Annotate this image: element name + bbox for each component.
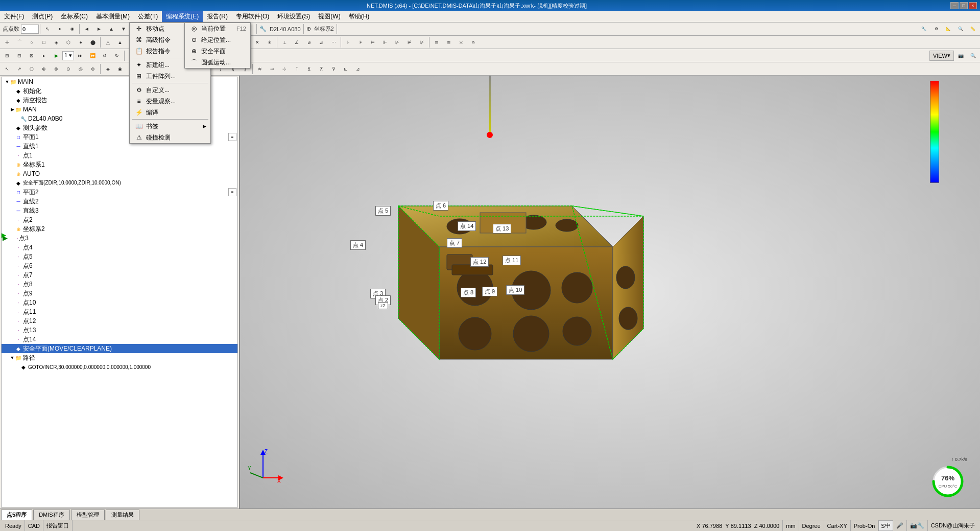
tree-item-path[interactable]: ▼ 📁 路径 [2,353,237,362]
tb4-28[interactable]: ⊾ [340,63,351,75]
dd-item-compile[interactable]: ⚡ 编译 [130,107,210,118]
menu-view[interactable]: 视图(W) [314,11,344,22]
tb4-23[interactable]: ⊹ [279,63,290,75]
tab-dmis[interactable]: DMIS程序 [33,510,70,520]
expand-path[interactable]: ▼ [10,355,15,360]
menu-program[interactable]: 编程系统(E) [162,11,203,22]
tb-right-1[interactable]: 🔧 [918,24,929,35]
minimize-button[interactable]: ─ [950,2,959,9]
tab-measure-result[interactable]: 测量结果 [106,510,139,520]
tb2-25[interactable]: ⌀ [303,37,315,48]
tb2-27[interactable]: ⋯ [328,37,339,48]
tb2-22[interactable]: ✳ [264,37,275,48]
tb2-3[interactable]: ○ [26,37,37,48]
tb3-2[interactable]: ⊟ [14,50,25,61]
tree-item-point5[interactable]: · 点5 [2,252,237,261]
tree-item-line2[interactable]: ─ 直线2 [2,197,237,206]
tb2-9[interactable]: △ [102,37,113,48]
tb4-6[interactable]: ⊙ [63,63,74,75]
menu-probe[interactable]: 测点(P) [28,11,57,22]
menu-coord[interactable]: 坐标系(C) [57,11,92,22]
tree-item-point13[interactable]: · 点13 [2,326,237,335]
tb3-3[interactable]: ⊠ [26,50,37,61]
tb2-37[interactable]: ≍ [456,37,467,48]
tree-item-point4[interactable]: · 点4 [2,243,237,252]
menu-measure[interactable]: 基本测量(M) [92,11,134,22]
tree-item-goto[interactable]: ◆ GOTO/INCR,30.000000,0.000000,0.000000,… [2,362,237,372]
tb3-4[interactable]: ▸ [38,50,50,61]
tb2-5[interactable]: ◈ [51,37,62,48]
tb4-27[interactable]: ⊽ [328,63,339,75]
tb2-1[interactable]: ✛ [2,37,13,48]
tree-item-safety1[interactable]: ◆ 安全平面(ZDIR,10.0000,ZDIR,10.0000,ON) [2,178,237,188]
tb-right-5[interactable]: 📏 [967,24,978,35]
tb2-28[interactable]: ⊦ [343,37,354,48]
tb-arrow-d[interactable]: ▼ [118,24,129,35]
tb4-29[interactable]: ⊿ [352,63,364,75]
tb-right-3[interactable]: 📐 [943,24,954,35]
status-ime[interactable]: S 中 [878,520,893,531]
tab-model[interactable]: 模型管理 [71,510,105,520]
dd-item-bookmark[interactable]: 📖 书签 ▶ [130,121,210,132]
tb2-24[interactable]: ∠ [291,37,302,48]
tb-arrow-u[interactable]: ▲ [106,24,117,35]
tb-cursor[interactable]: ↖ [42,24,53,35]
status-cad[interactable]: CAD [25,520,43,531]
tb4-3[interactable]: ⬡ [26,63,37,75]
tb2-2[interactable]: ⌒ [14,37,25,48]
tb-probe1[interactable]: ● [54,24,65,35]
submenu-item-given[interactable]: ⊙ 给定位置... [185,34,250,45]
extra-icon-2[interactable]: 🔧 [917,522,924,529]
expand-main[interactable]: ▼ [5,79,10,84]
tb2-7[interactable]: ● [75,37,86,48]
tb2-34[interactable]: ⊮ [416,37,427,48]
tree-item-point11[interactable]: · 点11 [2,307,237,316]
tree-item-point7[interactable]: · 点7 [2,270,237,280]
tab-points-program[interactable]: 点5程序 [1,510,32,520]
tb3-zoom[interactable]: 🔍 [967,50,978,61]
tb2-31[interactable]: ⊩ [379,37,391,48]
tb2-36[interactable]: ≌ [443,37,455,48]
dd-item-collision[interactable]: ⚠ 碰撞检测 [130,132,210,143]
extra-icon-1[interactable]: 📷 [910,522,917,529]
maximize-button[interactable]: □ [960,2,968,9]
tb2-35[interactable]: ≋ [431,37,442,48]
dd-item-matrix[interactable]: ⊞ 工件阵列... [130,71,210,82]
tree-item-point6[interactable]: · 点6 [2,261,237,270]
tree-item-point10[interactable]: · 点10 [2,298,237,307]
tb3-5[interactable]: ⏭ [75,50,86,61]
tb2-33[interactable]: ⊭ [404,37,415,48]
tb4-21[interactable]: ≋ [254,63,266,75]
tree-item-point12[interactable]: · 点12 [2,316,237,326]
tb4-5[interactable]: ⊗ [51,63,62,75]
menu-report[interactable]: 报告(R) [203,11,232,22]
tb4-10[interactable]: ◉ [114,63,126,75]
tree-item-coord2[interactable]: ⊕ 坐标系2 [2,224,237,234]
tb3-step[interactable]: 1 ▾ [62,51,74,60]
menu-software[interactable]: 专用软件(O) [232,11,273,22]
tree-item-point1[interactable]: · 点1 [2,151,237,160]
tb3-7[interactable]: ↺ [99,50,110,61]
submenu-item-arc[interactable]: ⌒ 圆弧运动... [185,57,250,68]
tb2-30[interactable]: ⊨ [367,37,378,48]
tb4-8[interactable]: ⊚ [87,63,99,75]
tb-right-4[interactable]: 🔍 [955,24,966,35]
submenu-item-current[interactable]: ◎ 当前位置 F12 [185,23,250,34]
tree-item-point2[interactable]: · 点2 [2,215,237,224]
status-report[interactable]: 报告窗口 [43,520,73,531]
tb2-4[interactable]: □ [38,37,50,48]
menu-env[interactable]: 环境设置(S) [273,11,314,22]
tb3-camera[interactable]: 📷 [955,50,966,61]
tb4-24[interactable]: ⊺ [291,63,302,75]
tb4-26[interactable]: ⊼ [316,63,327,75]
tree-item-safety2[interactable]: ◆ 安全平面(MOVE/CLEARPLANE) [2,344,237,353]
tb4-9[interactable]: ◈ [102,63,113,75]
menu-tolerance[interactable]: 公差(T) [134,11,162,22]
view-button[interactable]: VIEW ▾ [929,51,954,61]
tb4-25[interactable]: ⊻ [303,63,315,75]
tree-item-plane2[interactable]: □ 平面2 ≡ [2,188,237,197]
tree-item-point14[interactable]: · 点14 [2,335,237,344]
tb-arrow-r[interactable]: ► [93,24,105,35]
tb2-29[interactable]: ⊧ [355,37,366,48]
menu-help[interactable]: 帮助(H) [345,11,374,22]
